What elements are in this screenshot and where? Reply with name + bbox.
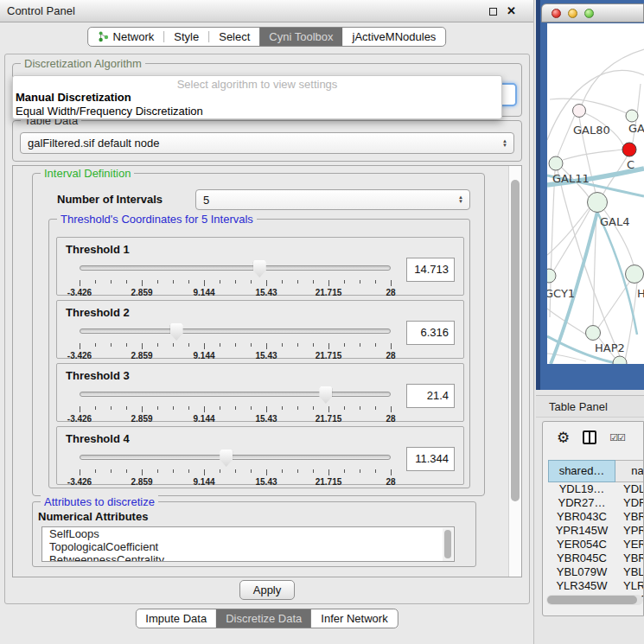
- cell-shared-name[interactable]: YDR27…: [548, 496, 615, 510]
- column-header-shared-name[interactable]: shared…: [548, 460, 615, 482]
- tick-mark: [111, 406, 112, 410]
- slider-thumb[interactable]: [319, 386, 332, 404]
- tick-mark: [360, 406, 360, 410]
- attribute-item[interactable]: BetweennessCentrality: [42, 553, 454, 562]
- gear-icon[interactable]: ⚙: [557, 429, 570, 447]
- table-row[interactable]: YER054CYER0: [548, 538, 644, 552]
- table-panel-title: Table Panel: [549, 400, 608, 413]
- tick-mark: [391, 280, 392, 286]
- panel-scrollbar[interactable]: [508, 166, 521, 577]
- tab-infer-network[interactable]: Infer Network: [311, 609, 397, 628]
- table-row[interactable]: YDR27…YDR2: [548, 496, 644, 510]
- cell-shared-name[interactable]: YLR345W: [548, 579, 615, 593]
- close-traffic-light[interactable]: [552, 9, 561, 18]
- tab-cyni-toolbox[interactable]: Cyni Toolbox: [259, 28, 342, 46]
- cell-shared-name[interactable]: YPR145W: [548, 524, 615, 538]
- threshold-slider[interactable]: -3.4262.8599.14415.4321.71528: [80, 322, 391, 340]
- close-icon[interactable]: ✕: [507, 0, 516, 22]
- tick-mark: [235, 406, 236, 410]
- threshold-slider[interactable]: -3.4262.8599.14415.4321.71528: [80, 386, 391, 403]
- cell-name[interactable]: YBL0: [615, 565, 644, 579]
- threshold-value-field[interactable]: 6.316: [406, 321, 455, 345]
- tab-network-label: Network: [113, 28, 155, 47]
- network-node[interactable]: [547, 269, 556, 283]
- number-of-intervals-combobox[interactable]: 5 ▲▼: [195, 189, 470, 210]
- network-canvas[interactable]: GAL80GACGAL11GAL4GCY1HHAP2: [547, 23, 644, 364]
- slider-thumb[interactable]: [220, 450, 233, 467]
- zoom-traffic-light[interactable]: [584, 9, 594, 18]
- table-row[interactable]: YPR145WYPR1: [548, 524, 644, 538]
- table-row[interactable]: YBR045CYBR0: [548, 552, 644, 565]
- column-header-name[interactable]: name: [615, 460, 644, 482]
- tab-jactivemnodules[interactable]: jActiveMNodules: [343, 28, 446, 46]
- table-horizontal-scrollbar-thumb[interactable]: [547, 596, 637, 604]
- cell-shared-name[interactable]: YDL19…: [548, 482, 615, 496]
- threshold-value-field[interactable]: 21.4: [406, 384, 455, 408]
- tick-mark: [126, 343, 127, 347]
- cell-name[interactable]: YBR0: [615, 510, 644, 524]
- tick-mark: [360, 469, 360, 473]
- tab-discretize-data[interactable]: Discretize Data: [216, 609, 311, 628]
- tick-mark: [220, 280, 220, 284]
- list-scrollbar-thumb[interactable]: [444, 530, 451, 558]
- combo-spinner-icon: ▲▼: [502, 133, 507, 153]
- list-scrollbar[interactable]: [443, 528, 453, 561]
- cell-name[interactable]: YBR0: [615, 552, 644, 565]
- slider-track[interactable]: [80, 328, 391, 334]
- slider-track[interactable]: [80, 265, 391, 271]
- threshold-value-field[interactable]: 14.713: [406, 258, 455, 282]
- attribute-item[interactable]: TopologicalCoefficient: [42, 540, 454, 553]
- network-node[interactable]: [626, 265, 644, 284]
- select-columns-icon[interactable]: ☑☑: [609, 432, 625, 443]
- tab-network[interactable]: Network: [88, 28, 164, 46]
- network-node[interactable]: [626, 110, 638, 122]
- network-node[interactable]: [573, 105, 586, 118]
- table-horizontal-scrollbar[interactable]: [546, 595, 643, 605]
- dropdown-placeholder-option[interactable]: Select algorithm to view settings: [13, 76, 501, 91]
- table-row[interactable]: YBL079WYBL0: [548, 565, 644, 579]
- tab-style[interactable]: Style: [164, 28, 208, 46]
- table-row[interactable]: YBR043CYBR0: [548, 510, 644, 524]
- threshold-slider[interactable]: -3.4262.8599.14415.4321.71528: [80, 449, 391, 466]
- network-node[interactable]: [549, 156, 563, 170]
- table-row[interactable]: YDL19…YDL1: [548, 482, 644, 496]
- slider-thumb[interactable]: [170, 323, 183, 341]
- cell-shared-name[interactable]: YER054C: [548, 538, 615, 552]
- cell-name[interactable]: YER0: [615, 538, 644, 552]
- apply-button[interactable]: Apply: [239, 580, 295, 600]
- slider-track[interactable]: [80, 392, 391, 397]
- cell-name[interactable]: YDL1: [615, 482, 644, 496]
- cell-shared-name[interactable]: YBR043C: [548, 510, 615, 524]
- cell-name[interactable]: YDR2: [615, 496, 644, 510]
- tab-impute-data[interactable]: Impute Data: [136, 609, 216, 628]
- tick-mark: [111, 280, 112, 284]
- slider-track[interactable]: [80, 455, 391, 460]
- dropdown-option-manual-discretization[interactable]: Manual Discretization: [13, 91, 501, 105]
- discretization-algorithm-title: Discretization Algorithm: [21, 57, 145, 70]
- dropdown-option-equal-width-frequency[interactable]: Equal Width/Frequency Discretization: [13, 105, 501, 118]
- cell-shared-name[interactable]: YBL079W: [548, 565, 615, 579]
- slider-thumb[interactable]: [253, 260, 266, 277]
- combo-spinner-icon: ▲▼: [458, 190, 463, 209]
- column-layout-icon[interactable]: [583, 430, 596, 444]
- network-node[interactable]: [588, 193, 608, 213]
- cell-name[interactable]: YLR3: [615, 579, 644, 593]
- network-node[interactable]: [622, 143, 636, 156]
- float-window-icon[interactable]: [489, 8, 497, 16]
- threshold-value-field[interactable]: 11.344: [406, 447, 455, 471]
- tick-mark: [95, 343, 96, 347]
- threshold-label: Threshold 3: [57, 364, 463, 382]
- attribute-item[interactable]: SelfLoops: [42, 527, 454, 540]
- table-data-combobox[interactable]: galFiltered.sif default node ▲▼: [20, 132, 514, 154]
- tab-select[interactable]: Select: [209, 28, 259, 46]
- table-row[interactable]: YLR345WYLR3: [548, 579, 644, 593]
- tick-mark: [360, 280, 360, 284]
- cell-shared-name[interactable]: YBR045C: [548, 552, 615, 565]
- threshold-slider[interactable]: -3.4262.8599.14415.4321.71528: [80, 259, 391, 277]
- tick-mark: [188, 343, 189, 347]
- panel-scrollbar-thumb[interactable]: [511, 180, 520, 501]
- network-node[interactable]: [586, 326, 601, 341]
- tick-mark: [282, 280, 283, 284]
- minimize-traffic-light[interactable]: [568, 9, 577, 18]
- cell-name[interactable]: YPR1: [615, 524, 644, 538]
